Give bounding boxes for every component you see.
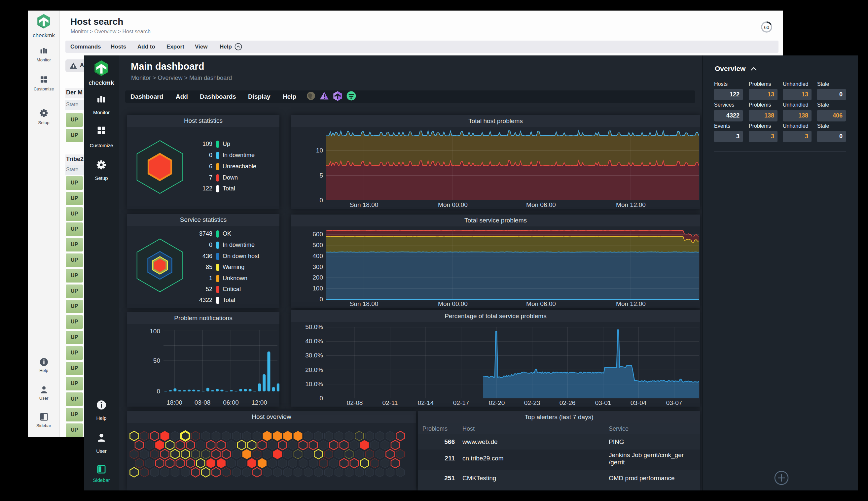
svg-text:Mon 00:00: Mon 00:00 <box>438 300 468 307</box>
svg-text:500: 500 <box>312 242 323 248</box>
svg-text:40.0%: 40.0% <box>305 338 323 344</box>
svg-text:02-14: 02-14 <box>418 399 434 406</box>
svg-text:Mon 12:00: Mon 12:00 <box>616 300 646 307</box>
svg-text:10: 10 <box>316 147 323 154</box>
svg-text:200: 200 <box>312 274 323 281</box>
svg-text:100: 100 <box>312 285 323 292</box>
svg-text:0: 0 <box>320 197 323 204</box>
svg-text:Sun 18:00: Sun 18:00 <box>350 201 378 208</box>
svg-text:Mon 12:00: Mon 12:00 <box>616 201 646 208</box>
svg-text:5: 5 <box>320 172 323 179</box>
svg-text:Mon 06:00: Mon 06:00 <box>526 300 556 307</box>
svg-text:03-08: 03-08 <box>195 399 211 406</box>
svg-text:60: 60 <box>764 25 769 30</box>
svg-text:12:00: 12:00 <box>251 399 267 406</box>
svg-text:Mon 00:00: Mon 00:00 <box>438 201 468 208</box>
svg-text:02-26: 02-26 <box>560 399 576 406</box>
svg-text:02-08: 02-08 <box>347 399 363 406</box>
svg-text:02-23: 02-23 <box>524 399 540 406</box>
svg-text:0: 0 <box>320 395 323 402</box>
svg-text:300: 300 <box>312 263 323 270</box>
svg-text:600: 600 <box>312 231 323 238</box>
svg-text:400: 400 <box>312 253 323 259</box>
svg-text:30.0%: 30.0% <box>305 352 323 359</box>
svg-text:03-07: 03-07 <box>666 399 682 406</box>
svg-text:02-20: 02-20 <box>489 399 505 406</box>
svg-text:100: 100 <box>150 328 160 335</box>
svg-text:0: 0 <box>320 296 323 303</box>
svg-text:02-11: 02-11 <box>382 399 398 406</box>
svg-text:20.0%: 20.0% <box>305 366 323 373</box>
svg-text:Sun 18:00: Sun 18:00 <box>350 300 378 307</box>
svg-text:03-01: 03-01 <box>595 399 611 406</box>
svg-text:18:00: 18:00 <box>166 399 182 406</box>
svg-text:06:00: 06:00 <box>223 399 239 406</box>
svg-text:50.0%: 50.0% <box>305 323 323 330</box>
svg-text:Mon 06:00: Mon 06:00 <box>526 201 556 208</box>
svg-text:10.0%: 10.0% <box>305 381 323 387</box>
svg-text:03-04: 03-04 <box>630 399 647 406</box>
svg-text:0: 0 <box>157 388 160 395</box>
svg-text:02-17: 02-17 <box>453 399 469 406</box>
svg-text:50: 50 <box>153 357 160 364</box>
